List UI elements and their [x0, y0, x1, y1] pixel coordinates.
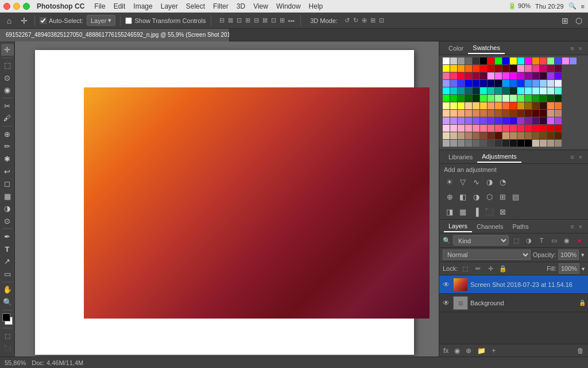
adj-selectivecolor-icon[interactable]: ⊠ — [497, 206, 508, 217]
color-swatch[interactable] — [495, 102, 502, 109]
color-swatch[interactable] — [517, 80, 524, 87]
eyedropper-tool[interactable]: 🖋 — [1, 113, 14, 125]
color-swatch[interactable] — [473, 117, 479, 124]
type-tool[interactable]: T — [1, 243, 14, 255]
layers-panel-close-icon[interactable]: × — [578, 222, 583, 231]
color-swatch[interactable] — [532, 80, 539, 87]
menu-edit[interactable]: Edit — [110, 1, 130, 12]
color-swatch[interactable] — [480, 80, 487, 87]
color-swatch[interactable] — [450, 102, 457, 109]
quick-selection-tool[interactable]: ◉ — [1, 85, 14, 97]
align-right-icon[interactable]: ⊡ — [235, 16, 243, 25]
color-swatch[interactable] — [547, 72, 554, 79]
color-swatch[interactable] — [555, 140, 562, 147]
color-swatch[interactable] — [517, 110, 524, 117]
color-swatch[interactable] — [540, 72, 547, 79]
color-swatch[interactable] — [510, 87, 517, 94]
color-swatch[interactable] — [480, 140, 487, 147]
color-swatch[interactable] — [450, 110, 457, 117]
color-swatch[interactable] — [495, 117, 502, 124]
menu-image[interactable]: Image — [129, 1, 156, 12]
crop-tool[interactable]: ✂ — [1, 100, 14, 112]
tab-paths[interactable]: Paths — [508, 221, 533, 232]
color-swatch[interactable] — [502, 80, 509, 87]
adj-posterize-icon[interactable]: ▦ — [457, 206, 469, 217]
color-swatch[interactable] — [473, 110, 479, 117]
color-swatch[interactable] — [532, 110, 539, 117]
align-left-icon[interactable]: ⊟ — [218, 16, 226, 25]
3d-pan-icon[interactable]: ↻ — [352, 16, 359, 25]
color-swatch[interactable] — [532, 117, 539, 124]
color-swatch[interactable] — [450, 140, 457, 147]
color-swatch[interactable] — [443, 110, 450, 117]
layer-dropdown[interactable]: Layer ▾ — [87, 15, 116, 26]
color-swatch[interactable] — [510, 72, 517, 79]
fill-input[interactable] — [559, 263, 579, 274]
color-swatch[interactable] — [547, 80, 554, 87]
color-swatch[interactable] — [488, 95, 494, 102]
color-swatch[interactable] — [517, 140, 524, 147]
color-swatch[interactable] — [547, 117, 554, 124]
color-swatch[interactable] — [443, 125, 450, 132]
color-swatch[interactable] — [547, 140, 554, 147]
color-swatch[interactable] — [532, 102, 539, 109]
color-swatch[interactable] — [525, 132, 532, 139]
color-swatch[interactable] — [480, 72, 487, 79]
color-swatch[interactable] — [540, 80, 547, 87]
color-swatch[interactable] — [547, 125, 554, 132]
blur-tool[interactable]: ◑ — [1, 202, 14, 214]
history-brush-tool[interactable]: ↩ — [1, 166, 14, 178]
color-swatch[interactable] — [555, 80, 562, 87]
color-swatch[interactable] — [517, 125, 524, 132]
color-swatch[interactable] — [517, 95, 524, 102]
color-swatch[interactable] — [555, 57, 562, 64]
align-center-icon[interactable]: ⊠ — [227, 16, 234, 25]
color-swatch[interactable] — [465, 132, 472, 139]
color-swatch[interactable] — [525, 57, 532, 64]
color-swatch[interactable] — [502, 95, 509, 102]
color-swatch[interactable] — [547, 102, 554, 109]
color-swatch[interactable] — [510, 140, 517, 147]
3d-scale-icon[interactable]: ⊞ — [369, 16, 377, 25]
color-swatch[interactable] — [502, 132, 509, 139]
adj-bw-icon[interactable]: ◑ — [470, 191, 482, 202]
color-picker[interactable] — [1, 313, 14, 325]
color-swatch[interactable] — [443, 117, 450, 124]
color-swatch[interactable] — [488, 132, 494, 139]
color-swatch[interactable] — [510, 95, 517, 102]
color-swatch[interactable] — [473, 87, 479, 94]
panel-menu-icon[interactable]: ≡ — [569, 44, 575, 53]
color-swatch[interactable] — [443, 95, 450, 102]
foreground-color-swatch[interactable] — [2, 313, 10, 321]
menu-filter[interactable]: Filter — [209, 1, 233, 12]
show-transform-checkbox[interactable] — [125, 17, 132, 24]
autoselect-label[interactable]: Auto-Select: — [40, 17, 83, 24]
adj-exposure-icon[interactable]: ◑ — [483, 176, 495, 187]
color-swatch[interactable] — [532, 57, 539, 64]
adj-hsl-icon[interactable]: ⊕ — [444, 191, 455, 202]
show-transform-label[interactable]: Show Transform Controls — [125, 17, 206, 24]
color-swatch[interactable] — [525, 102, 532, 109]
fill-arrow-icon[interactable]: ▾ — [582, 266, 585, 272]
color-swatch[interactable] — [480, 125, 487, 132]
color-swatch[interactable] — [525, 87, 532, 94]
color-swatch[interactable] — [443, 102, 450, 109]
color-swatch[interactable] — [495, 95, 502, 102]
color-swatch[interactable] — [450, 57, 457, 64]
adj-threshold-icon[interactable]: ▐ — [470, 206, 482, 217]
color-swatch[interactable] — [525, 140, 532, 147]
menu-icon[interactable]: ≡ — [581, 3, 585, 10]
color-swatch[interactable] — [540, 132, 547, 139]
color-swatch[interactable] — [480, 57, 487, 64]
color-swatch[interactable] — [465, 57, 472, 64]
lock-transparent-icon[interactable]: ⬚ — [460, 263, 470, 274]
color-swatch[interactable] — [465, 65, 472, 72]
color-swatch[interactable] — [495, 110, 502, 117]
opacity-input[interactable] — [558, 250, 579, 260]
color-swatch[interactable] — [495, 87, 502, 94]
more-icon[interactable]: ••• — [287, 17, 296, 25]
color-swatch[interactable] — [450, 87, 457, 94]
color-swatch[interactable] — [473, 132, 479, 139]
color-swatch[interactable] — [488, 72, 494, 79]
adj-channelmixer-icon[interactable]: ⊞ — [497, 191, 508, 202]
